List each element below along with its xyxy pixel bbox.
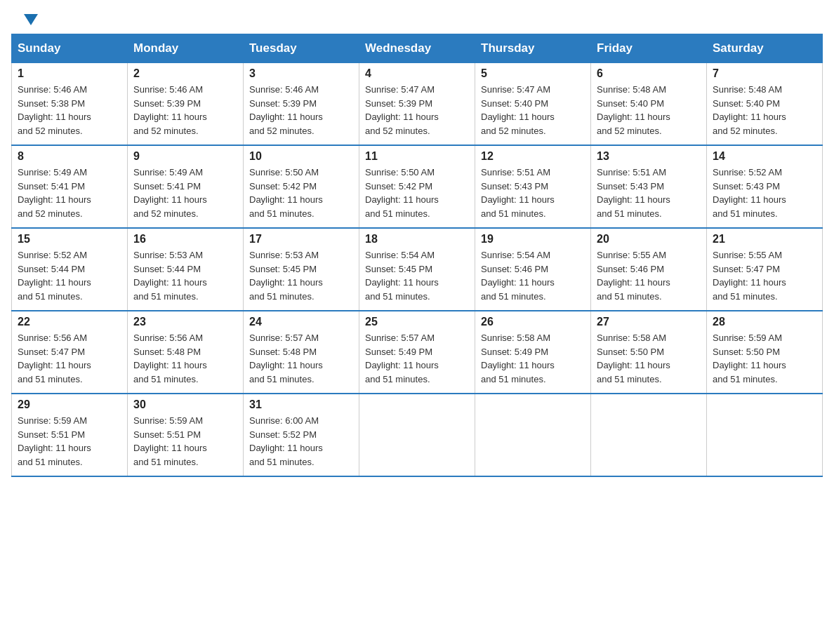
day-number: 30 <box>133 398 237 411</box>
week-row-3: 22 Sunrise: 5:56 AMSunset: 5:47 PMDaylig… <box>12 311 823 394</box>
header-tuesday: Tuesday <box>244 34 359 63</box>
day-info: Sunrise: 5:59 AMSunset: 5:51 PMDaylight:… <box>18 414 121 469</box>
day-info: Sunrise: 5:49 AMSunset: 5:41 PMDaylight:… <box>18 166 121 220</box>
day-number: 3 <box>249 67 353 80</box>
day-number: 4 <box>365 67 469 80</box>
calendar-header-row: SundayMondayTuesdayWednesdayThursdayFrid… <box>12 34 823 63</box>
day-info: Sunrise: 5:49 AMSunset: 5:41 PMDaylight:… <box>133 166 237 220</box>
header-thursday: Thursday <box>475 34 591 63</box>
day-cell: 25 Sunrise: 5:57 AMSunset: 5:49 PMDaylig… <box>359 311 475 394</box>
day-cell: 18 Sunrise: 5:54 AMSunset: 5:45 PMDaylig… <box>359 228 475 311</box>
day-info: Sunrise: 5:53 AMSunset: 5:45 PMDaylight:… <box>249 248 353 303</box>
day-number: 22 <box>18 316 121 328</box>
day-number: 17 <box>249 233 353 246</box>
day-info: Sunrise: 5:51 AMSunset: 5:43 PMDaylight:… <box>597 166 701 220</box>
day-number: 23 <box>133 316 237 328</box>
day-info: Sunrise: 5:58 AMSunset: 5:49 PMDaylight:… <box>481 331 585 386</box>
day-cell: 20 Sunrise: 5:55 AMSunset: 5:46 PMDaylig… <box>591 228 707 311</box>
day-cell: 22 Sunrise: 5:56 AMSunset: 5:47 PMDaylig… <box>12 311 128 394</box>
day-number: 8 <box>18 150 121 163</box>
day-info: Sunrise: 5:47 AMSunset: 5:39 PMDaylight:… <box>365 83 469 137</box>
day-cell: 16 Sunrise: 5:53 AMSunset: 5:44 PMDaylig… <box>128 228 244 311</box>
day-info: Sunrise: 5:59 AMSunset: 5:51 PMDaylight:… <box>133 414 237 469</box>
day-info: Sunrise: 5:59 AMSunset: 5:50 PMDaylight:… <box>713 331 816 386</box>
day-info: Sunrise: 5:51 AMSunset: 5:43 PMDaylight:… <box>481 166 585 220</box>
day-number: 24 <box>249 316 353 328</box>
day-cell: 3 Sunrise: 5:46 AMSunset: 5:39 PMDayligh… <box>244 63 359 146</box>
day-info: Sunrise: 5:55 AMSunset: 5:47 PMDaylight:… <box>713 248 816 303</box>
day-number: 19 <box>481 233 585 246</box>
day-cell: 6 Sunrise: 5:48 AMSunset: 5:40 PMDayligh… <box>591 63 707 146</box>
day-cell: 12 Sunrise: 5:51 AMSunset: 5:43 PMDaylig… <box>475 145 591 228</box>
day-info: Sunrise: 5:47 AMSunset: 5:40 PMDaylight:… <box>481 83 585 137</box>
day-info: Sunrise: 6:00 AMSunset: 5:52 PMDaylight:… <box>249 414 353 469</box>
day-number: 16 <box>133 233 237 246</box>
week-row-1: 8 Sunrise: 5:49 AMSunset: 5:41 PMDayligh… <box>12 145 823 228</box>
day-info: Sunrise: 5:57 AMSunset: 5:48 PMDaylight:… <box>249 331 353 386</box>
day-cell: 1 Sunrise: 5:46 AMSunset: 5:38 PMDayligh… <box>12 63 128 146</box>
day-cell <box>707 394 823 476</box>
day-cell: 5 Sunrise: 5:47 AMSunset: 5:40 PMDayligh… <box>475 63 591 146</box>
page-header <box>0 0 834 34</box>
week-row-0: 1 Sunrise: 5:46 AMSunset: 5:38 PMDayligh… <box>12 63 823 146</box>
day-number: 9 <box>133 150 237 163</box>
day-cell: 11 Sunrise: 5:50 AMSunset: 5:42 PMDaylig… <box>359 145 475 228</box>
day-info: Sunrise: 5:56 AMSunset: 5:47 PMDaylight:… <box>18 331 121 386</box>
day-cell: 9 Sunrise: 5:49 AMSunset: 5:41 PMDayligh… <box>128 145 244 228</box>
day-cell <box>359 394 475 476</box>
day-number: 14 <box>713 150 816 163</box>
calendar-table: SundayMondayTuesdayWednesdayThursdayFrid… <box>11 34 823 477</box>
day-info: Sunrise: 5:52 AMSunset: 5:44 PMDaylight:… <box>18 248 121 303</box>
header-friday: Friday <box>591 34 707 63</box>
day-info: Sunrise: 5:50 AMSunset: 5:42 PMDaylight:… <box>249 166 353 220</box>
day-info: Sunrise: 5:46 AMSunset: 5:39 PMDaylight:… <box>249 83 353 137</box>
header-monday: Monday <box>128 34 244 63</box>
day-info: Sunrise: 5:48 AMSunset: 5:40 PMDaylight:… <box>713 83 816 137</box>
day-number: 1 <box>18 67 121 80</box>
day-number: 18 <box>365 233 469 246</box>
day-info: Sunrise: 5:54 AMSunset: 5:45 PMDaylight:… <box>365 248 469 303</box>
day-number: 15 <box>18 233 121 246</box>
day-cell: 28 Sunrise: 5:59 AMSunset: 5:50 PMDaylig… <box>707 311 823 394</box>
day-number: 12 <box>481 150 585 163</box>
day-cell: 14 Sunrise: 5:52 AMSunset: 5:43 PMDaylig… <box>707 145 823 228</box>
day-cell: 21 Sunrise: 5:55 AMSunset: 5:47 PMDaylig… <box>707 228 823 311</box>
day-cell: 8 Sunrise: 5:49 AMSunset: 5:41 PMDayligh… <box>12 145 128 228</box>
day-number: 2 <box>133 67 237 80</box>
day-number: 13 <box>597 150 701 163</box>
header-wednesday: Wednesday <box>359 34 475 63</box>
day-info: Sunrise: 5:46 AMSunset: 5:38 PMDaylight:… <box>18 83 121 137</box>
day-cell: 23 Sunrise: 5:56 AMSunset: 5:48 PMDaylig… <box>128 311 244 394</box>
day-info: Sunrise: 5:46 AMSunset: 5:39 PMDaylight:… <box>133 83 237 137</box>
day-cell <box>475 394 591 476</box>
day-number: 29 <box>18 398 121 411</box>
day-info: Sunrise: 5:56 AMSunset: 5:48 PMDaylight:… <box>133 331 237 386</box>
day-info: Sunrise: 5:52 AMSunset: 5:43 PMDaylight:… <box>713 166 816 220</box>
day-number: 5 <box>481 67 585 80</box>
logo-triangle-icon <box>24 14 38 25</box>
day-number: 10 <box>249 150 353 163</box>
day-cell: 27 Sunrise: 5:58 AMSunset: 5:50 PMDaylig… <box>591 311 707 394</box>
day-number: 28 <box>713 316 816 328</box>
day-number: 26 <box>481 316 585 328</box>
day-info: Sunrise: 5:53 AMSunset: 5:44 PMDaylight:… <box>133 248 237 303</box>
calendar-body: 1 Sunrise: 5:46 AMSunset: 5:38 PMDayligh… <box>12 63 823 477</box>
day-cell: 30 Sunrise: 5:59 AMSunset: 5:51 PMDaylig… <box>128 394 244 476</box>
calendar-wrapper: SundayMondayTuesdayWednesdayThursdayFrid… <box>0 34 834 488</box>
day-number: 25 <box>365 316 469 328</box>
day-cell: 19 Sunrise: 5:54 AMSunset: 5:46 PMDaylig… <box>475 228 591 311</box>
header-saturday: Saturday <box>707 34 823 63</box>
day-info: Sunrise: 5:54 AMSunset: 5:46 PMDaylight:… <box>481 248 585 303</box>
day-cell: 29 Sunrise: 5:59 AMSunset: 5:51 PMDaylig… <box>12 394 128 476</box>
day-cell: 26 Sunrise: 5:58 AMSunset: 5:49 PMDaylig… <box>475 311 591 394</box>
logo <box>22 17 38 25</box>
day-cell: 31 Sunrise: 6:00 AMSunset: 5:52 PMDaylig… <box>244 394 359 476</box>
day-cell: 24 Sunrise: 5:57 AMSunset: 5:48 PMDaylig… <box>244 311 359 394</box>
day-number: 31 <box>249 398 353 411</box>
header-sunday: Sunday <box>12 34 128 63</box>
day-cell: 7 Sunrise: 5:48 AMSunset: 5:40 PMDayligh… <box>707 63 823 146</box>
day-info: Sunrise: 5:55 AMSunset: 5:46 PMDaylight:… <box>597 248 701 303</box>
day-number: 21 <box>713 233 816 246</box>
day-cell: 4 Sunrise: 5:47 AMSunset: 5:39 PMDayligh… <box>359 63 475 146</box>
day-info: Sunrise: 5:57 AMSunset: 5:49 PMDaylight:… <box>365 331 469 386</box>
